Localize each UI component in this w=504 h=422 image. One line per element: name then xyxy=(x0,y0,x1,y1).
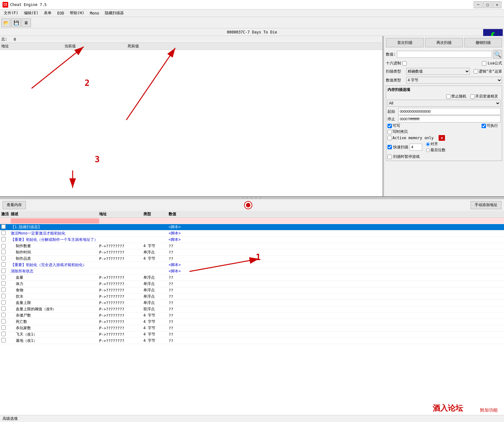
row-checkbox[interactable] xyxy=(1,338,6,342)
prev-col-header: 死前值 xyxy=(128,44,381,49)
memory-options-row: 禁止随机 开启变速精灵 xyxy=(387,94,501,99)
row-checkbox[interactable] xyxy=(1,237,6,241)
first-scan-button[interactable]: 首次扫描 xyxy=(386,38,424,47)
row-checkbox[interactable] xyxy=(1,275,6,279)
table-row[interactable]: 杀僵尸数 P->???????? 4 字节 ?? xyxy=(0,312,504,319)
maximize-button[interactable]: □ xyxy=(483,1,492,8)
row-checkbox[interactable] xyxy=(1,313,6,317)
close-button[interactable]: ✕ xyxy=(493,1,501,8)
memory-type-select[interactable]: All xyxy=(387,100,501,107)
table-row[interactable]: 制作时间 P->???????? 单浮点 ?? xyxy=(0,249,504,256)
row-active-cell xyxy=(1,231,11,236)
value-input[interactable] xyxy=(397,51,492,58)
menu-help[interactable]: 帮助(H) xyxy=(67,10,87,16)
open-button[interactable]: 📂 xyxy=(1,18,11,27)
row-addr-cell: P->???????? xyxy=(99,282,143,286)
fast-scan-checkbox[interactable] xyxy=(387,145,392,149)
row-checkbox[interactable] xyxy=(1,262,6,267)
table-row[interactable] xyxy=(0,218,504,224)
row-checkbox[interactable] xyxy=(1,332,6,336)
row-value-cell: ?? xyxy=(169,320,503,324)
row-active-cell xyxy=(1,269,11,274)
row-checkbox[interactable] xyxy=(1,281,6,286)
table-row[interactable]: 体力 P->???????? 单浮点 ?? xyxy=(0,281,504,287)
var-precision-checkbox[interactable] xyxy=(470,94,475,99)
value-type-select[interactable]: 4 字节 xyxy=(406,77,502,84)
menu-table[interactable]: 表单 xyxy=(41,10,54,16)
table-row[interactable]: 血量 P->???????? 单浮点 ?? xyxy=(0,275,504,281)
row-checkbox[interactable] xyxy=(1,294,6,298)
executable-checkbox[interactable] xyxy=(482,124,486,128)
save-button[interactable]: 💾 xyxy=(11,18,21,27)
row-checkbox[interactable] xyxy=(1,288,6,292)
row-checkbox[interactable] xyxy=(1,244,6,248)
row-type-cell: 单浮点 xyxy=(143,275,169,280)
menu-d3d[interactable]: D3D xyxy=(55,10,67,16)
cow-checkbox[interactable] xyxy=(387,130,392,134)
row-desc-cell: 死亡数 xyxy=(11,319,99,324)
menu-hidden-scanner[interactable]: 隐藏扫描器 xyxy=(102,10,126,16)
row-desc-cell: 体力 xyxy=(11,281,99,287)
row-checkbox[interactable] xyxy=(1,250,6,254)
hex-checkbox[interactable] xyxy=(402,61,407,66)
menu-mono[interactable]: Mono xyxy=(87,10,102,16)
title-bar: CE Cheat Engine 7.5 ─ □ ✕ xyxy=(0,0,504,9)
row-active-cell xyxy=(1,275,11,280)
minimize-button[interactable]: ─ xyxy=(474,1,483,8)
scan-type-select[interactable]: 精确数值 xyxy=(406,68,470,75)
cancel-scan-button[interactable]: 撤销扫描 xyxy=(464,38,502,47)
table-row[interactable]: 制作品质 P->???????? 4 字节 ?? xyxy=(0,256,504,262)
view-memory-button[interactable]: 查看内存 xyxy=(3,201,26,209)
table-row[interactable]: 死亡数 P->???????? 4 字节 ?? xyxy=(0,319,504,325)
scan-icon-button[interactable]: 🔍 xyxy=(493,50,502,59)
row-checkbox[interactable] xyxy=(1,269,6,273)
row-checkbox[interactable] xyxy=(1,231,6,235)
logic-checkbox[interactable] xyxy=(474,69,478,74)
add-address-button[interactable]: 手动添加地址 xyxy=(471,201,501,209)
align-radio[interactable] xyxy=(426,142,430,146)
row-checkbox[interactable] xyxy=(1,325,6,330)
row-checkbox[interactable] xyxy=(1,224,6,229)
table-row[interactable]: 飞天（改1） P->???????? 4 字节 ?? xyxy=(0,331,504,338)
memory-scan-group: 内存扫描选项 禁止随机 开启变速精灵 All xyxy=(386,86,502,161)
table-row[interactable]: 血量上限的阈值（改9） P->???????? 双浮点 ?? xyxy=(0,306,504,312)
row-checkbox[interactable] xyxy=(1,319,6,324)
table-row[interactable]: 杀玩家数 P->???????? 4 字节 ?? xyxy=(0,325,504,331)
writable-checkbox[interactable] xyxy=(387,124,392,128)
table-row[interactable]: 血量上限 P->???????? 单浮点 ?? xyxy=(0,300,504,306)
start-address-input[interactable] xyxy=(398,108,501,115)
no-random-checkbox[interactable] xyxy=(446,94,451,99)
row-value-cell: ?? xyxy=(169,301,503,305)
clear-button[interactable] xyxy=(244,201,252,209)
table-row[interactable]: 遁地（改1） P->???????? 4 字节 ?? xyxy=(0,338,504,344)
table-row[interactable]: 【重要】初始化（分解或制作一个车主就有地址了） <脚本> xyxy=(0,237,504,243)
table-row[interactable]: 制作数量 P->???????? 4 字节 ?? xyxy=(0,243,504,249)
table-row[interactable]: 激活Mono一定要激活才能初始化 <脚本> xyxy=(0,230,504,237)
lua-checkbox[interactable] xyxy=(482,61,486,66)
monitor-button[interactable]: 🖥 xyxy=(21,18,31,27)
scan-results-panel: 志: 0 地址 当前值 死前值 xyxy=(0,36,383,196)
menu-file[interactable]: 文件(F) xyxy=(1,10,21,16)
active-mem-checkbox[interactable] xyxy=(387,136,392,140)
stop-address-input[interactable] xyxy=(398,116,501,122)
next-scan-button[interactable]: 再次扫描 xyxy=(425,38,463,47)
row-active-cell xyxy=(1,313,11,318)
last-digit-radio[interactable] xyxy=(426,148,430,152)
pause-checkbox[interactable] xyxy=(387,155,392,159)
menu-edit[interactable]: 编辑(E) xyxy=(21,10,41,16)
table-row[interactable]: 清除所有状态 <脚本> xyxy=(0,268,504,275)
active-mem-clear[interactable]: ✕ xyxy=(439,135,445,141)
fast-scan-input[interactable] xyxy=(410,144,422,151)
row-checkbox[interactable] xyxy=(1,300,6,305)
row-desc-cell: 杀玩家数 xyxy=(11,325,99,331)
row-value-cell: <脚本> xyxy=(169,262,503,268)
table-row[interactable]: 【1.隐藏扫描器】 <脚本> xyxy=(0,224,504,230)
writable-label: 可写 xyxy=(393,123,400,128)
row-checkbox[interactable] xyxy=(1,256,6,260)
table-row[interactable]: 饮水 P->???????? 单浮点 ?? xyxy=(0,294,504,300)
table-row[interactable]: 食物 P->???????? 单浮点 ?? xyxy=(0,287,504,294)
row-value-cell: ?? xyxy=(169,257,503,261)
table-row[interactable]: 【重要】初始化（完全进入游戏才能初始化） <脚本> xyxy=(0,262,504,268)
row-checkbox[interactable] xyxy=(1,306,6,311)
row-addr-cell: P->???????? xyxy=(99,250,143,255)
